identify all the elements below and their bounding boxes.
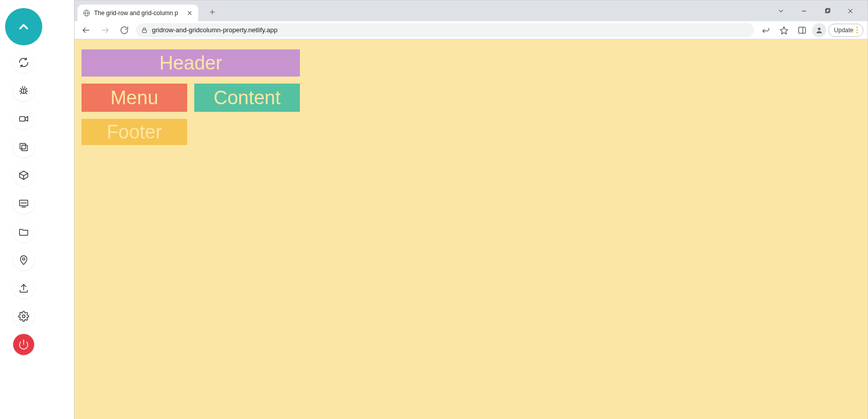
upload-icon <box>18 283 29 294</box>
address-bar[interactable]: gridrow-and-gridcolumn-property.netlify.… <box>136 23 754 37</box>
close-icon[interactable] <box>186 10 193 17</box>
location-icon <box>18 254 29 265</box>
window-controls <box>774 1 864 21</box>
share-button[interactable] <box>758 22 774 38</box>
cube-button[interactable] <box>13 165 34 186</box>
copy-button[interactable] <box>13 136 34 158</box>
window-maximize-button[interactable] <box>820 4 834 18</box>
side-panel-icon <box>798 26 807 35</box>
upload-button[interactable] <box>13 277 34 299</box>
power-button[interactable] <box>13 334 34 355</box>
svg-rect-11 <box>20 144 26 149</box>
grid-content-cell: Content <box>194 84 300 112</box>
star-icon <box>779 26 788 35</box>
browser-toolbar: gridrow-and-gridcolumn-property.netlify.… <box>74 21 867 39</box>
settings-button[interactable] <box>13 306 34 327</box>
video-button[interactable] <box>13 108 34 129</box>
arrow-right-icon <box>101 26 110 35</box>
reload-button[interactable] <box>117 23 132 38</box>
tabs-dropdown-button[interactable] <box>774 4 788 18</box>
chevron-down-icon <box>777 8 784 15</box>
svg-rect-35 <box>142 30 146 32</box>
cube-icon <box>18 170 29 181</box>
reload-icon <box>120 26 129 35</box>
url-text: gridrow-and-gridcolumn-property.netlify.… <box>152 26 749 34</box>
person-icon <box>815 26 823 34</box>
maximize-icon <box>824 8 831 15</box>
svg-rect-8 <box>20 116 25 121</box>
chevron-up-icon <box>17 20 31 34</box>
close-icon <box>847 8 854 15</box>
bug-icon <box>18 85 29 96</box>
globe-icon <box>83 9 91 17</box>
svg-line-7 <box>26 93 27 94</box>
browser-window: The grid-row and grid-column p <box>74 0 868 419</box>
location-button[interactable] <box>13 249 34 270</box>
svg-rect-29 <box>826 9 829 13</box>
screen-icon <box>18 198 29 209</box>
gear-icon <box>18 311 29 322</box>
forward-button[interactable] <box>98 23 113 38</box>
lock-icon <box>141 27 148 34</box>
svg-point-17 <box>23 258 25 260</box>
bug-button[interactable] <box>13 80 34 101</box>
svg-point-19 <box>22 315 25 318</box>
tab-strip: The grid-row and grid-column p <box>74 1 867 21</box>
back-button[interactable] <box>78 23 94 38</box>
toolbar-right: Update <box>758 22 863 38</box>
share-icon <box>761 26 770 35</box>
svg-rect-37 <box>799 27 806 33</box>
svg-line-4 <box>21 88 22 90</box>
tab-title: The grid-row and grid-column p <box>94 10 183 17</box>
folder-button[interactable] <box>13 221 34 242</box>
sync-button[interactable] <box>13 52 34 73</box>
svg-rect-30 <box>826 8 830 12</box>
plus-icon <box>209 9 216 16</box>
update-button[interactable]: Update <box>828 24 863 37</box>
window-close-button[interactable] <box>843 4 857 18</box>
video-icon <box>18 113 29 124</box>
svg-rect-10 <box>22 145 27 151</box>
bookmark-button[interactable] <box>776 22 792 38</box>
folder-icon <box>18 226 29 237</box>
grid-demo: Header Menu Content Footer <box>82 49 300 145</box>
svg-point-39 <box>818 27 821 30</box>
new-tab-button[interactable] <box>205 5 219 19</box>
sync-icon <box>18 57 29 68</box>
screen-button[interactable] <box>13 193 34 214</box>
profile-button[interactable] <box>812 23 826 37</box>
svg-line-6 <box>21 93 22 94</box>
svg-line-5 <box>26 88 27 90</box>
power-icon <box>18 339 29 350</box>
grid-menu-cell: Menu <box>82 84 187 112</box>
copy-icon <box>18 142 29 153</box>
arrow-left-icon <box>82 26 91 35</box>
side-panel-button[interactable] <box>794 22 810 38</box>
update-label: Update <box>834 27 853 34</box>
svg-marker-36 <box>780 27 788 34</box>
grid-header-cell: Header <box>82 49 300 77</box>
minimize-icon <box>801 8 808 15</box>
page-viewport: Header Menu Content Footer <box>74 39 867 419</box>
side-dock <box>0 0 48 419</box>
svg-marker-9 <box>25 116 28 121</box>
window-minimize-button[interactable] <box>797 4 811 18</box>
grid-footer-cell: Footer <box>82 119 187 145</box>
active-tab[interactable]: The grid-row and grid-column p <box>77 5 198 21</box>
fab-main-button[interactable] <box>5 8 42 45</box>
